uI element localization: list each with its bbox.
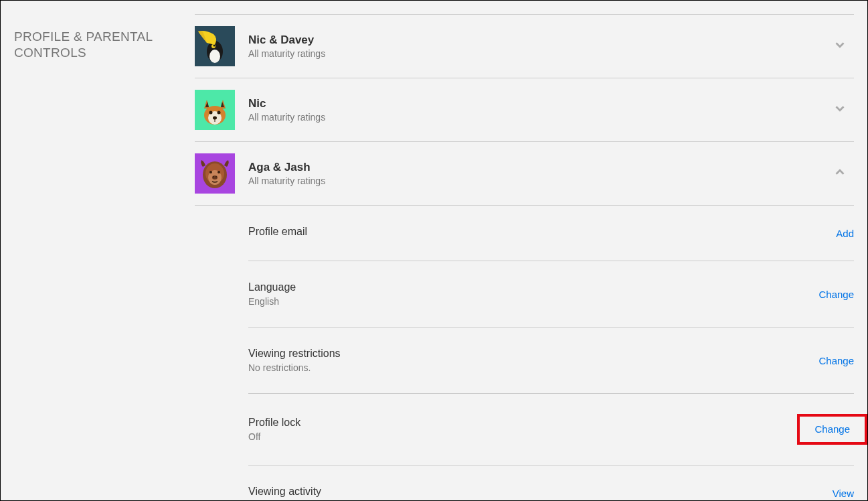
profile-info: Aga & Jash All maturity ratings [248,161,833,186]
avatar [195,90,235,130]
section-title: PROFILE & PARENTAL CONTROLS [14,1,195,501]
detail-value: Off [248,431,797,442]
profile-name: Aga & Jash [248,161,833,174]
profile-row-nic-davey[interactable]: Nic & Davey All maturity ratings [195,15,854,78]
detail-title: Language [248,281,818,293]
profile-row-nic[interactable]: Nic All maturity ratings [195,78,854,142]
svg-point-10 [213,117,217,120]
avatar [195,153,235,194]
svg-point-17 [212,175,218,180]
profile-row-aga-jash[interactable]: Aga & Jash All maturity ratings [195,142,854,206]
svg-point-8 [209,111,213,115]
svg-point-16 [218,171,220,173]
svg-point-3 [213,45,215,47]
profile-subtitle: All maturity ratings [248,175,833,186]
profile-details: Profile email Add Language English Chang… [195,206,854,501]
language-row: Language English Change [248,261,854,328]
chevron-down-icon [833,38,847,55]
chevron-down-icon [833,101,847,119]
change-language-link[interactable]: Change [818,289,854,300]
profile-email-row: Profile email Add [248,206,854,261]
svg-point-15 [209,171,212,173]
view-activity-link[interactable]: View [833,488,854,499]
change-restrictions-link[interactable]: Change [818,355,854,366]
profile-subtitle: All maturity ratings [248,112,833,123]
profile-name: Nic [248,97,833,111]
profile-lock-row: Profile lock Off Change [248,394,854,466]
profile-subtitle: All maturity ratings [248,48,833,59]
chevron-up-icon [833,165,847,182]
profile-info: Nic & Davey All maturity ratings [248,33,833,59]
detail-value: English [248,296,818,307]
detail-title: Viewing restrictions [248,348,818,360]
viewing-activity-row: Viewing activity View [248,466,854,501]
profile-name: Nic & Davey [248,33,833,47]
avatar [195,26,235,66]
svg-point-9 [218,111,221,115]
svg-point-18 [213,176,214,177]
highlight-box: Change [797,414,867,445]
detail-title: Profile email [248,226,836,238]
profile-info: Nic All maturity ratings [248,97,833,123]
viewing-restrictions-row: Viewing restrictions No restrictions. Ch… [248,328,854,394]
svg-point-19 [215,176,217,177]
svg-point-4 [209,50,220,63]
detail-value: No restrictions. [248,362,818,373]
profiles-section: Nic & Davey All maturity ratings [195,14,854,501]
detail-title: Viewing activity [248,486,833,498]
add-email-link[interactable]: Add [836,228,854,239]
detail-title: Profile lock [248,417,797,429]
change-profile-lock-link[interactable]: Change [814,423,850,435]
